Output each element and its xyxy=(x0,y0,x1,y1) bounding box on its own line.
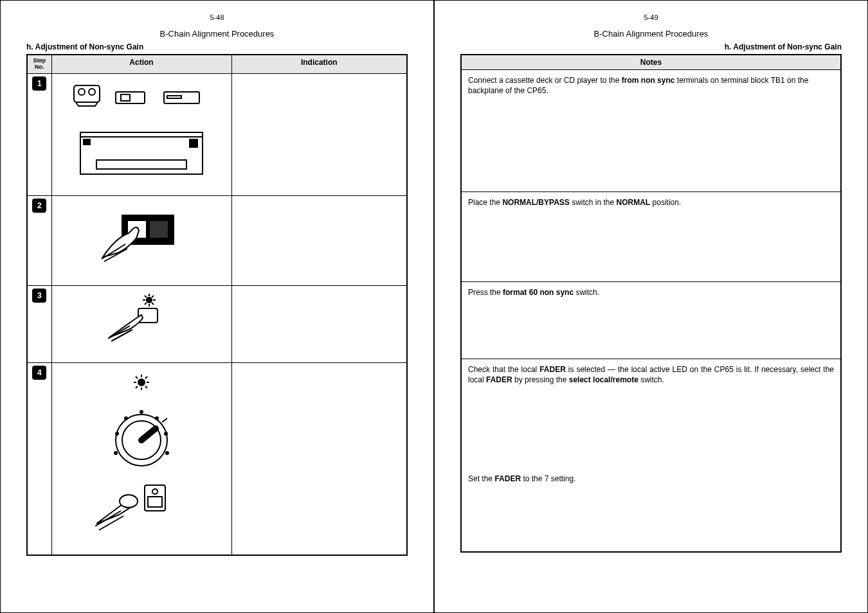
cassette-cd-icon xyxy=(71,80,212,125)
indication-cell xyxy=(231,285,407,362)
switch-press-icon xyxy=(90,202,193,267)
step-badge-4: 4 xyxy=(32,366,46,380)
note-row-4b: Set the FADER to the 7 setting. xyxy=(461,468,841,552)
note-bold: FADER xyxy=(539,365,566,374)
svg-line-37 xyxy=(145,377,147,378)
table-row: 2 xyxy=(27,195,407,285)
procedure-table: Step No. Action Indication 1 xyxy=(26,54,408,556)
table-row: 3 xyxy=(27,285,407,362)
note-text: position. xyxy=(650,198,681,207)
svg-point-49 xyxy=(152,489,158,494)
note-text: switch in the xyxy=(570,198,617,207)
table-row: 4 xyxy=(27,362,407,555)
step-cell: 2 xyxy=(27,195,51,285)
svg-rect-14 xyxy=(149,220,168,238)
note-text: Press the xyxy=(468,288,503,297)
fader-dial-icon xyxy=(84,369,199,537)
svg-line-22 xyxy=(145,296,147,298)
note-bold: select local/remote xyxy=(569,375,638,384)
page-title-left: B-Chain Alignment Procedures xyxy=(26,29,408,39)
note-row-3: Press the format 60 non sync switch. xyxy=(461,282,841,359)
svg-rect-4 xyxy=(121,94,130,101)
svg-point-51 xyxy=(120,495,138,508)
svg-rect-50 xyxy=(148,497,162,507)
svg-rect-0 xyxy=(74,85,100,102)
note-bold: format 60 non sync xyxy=(503,288,574,297)
svg-point-41 xyxy=(116,432,118,435)
svg-point-1 xyxy=(78,89,85,95)
step-cell: 4 xyxy=(27,362,51,555)
svg-point-44 xyxy=(156,417,158,420)
svg-rect-9 xyxy=(84,139,90,145)
table-row: 1 xyxy=(27,73,407,195)
note-text: Check that the local xyxy=(468,365,539,374)
col-header-step: Step No. xyxy=(27,55,51,73)
notes-header: Notes xyxy=(461,55,841,70)
svg-line-36 xyxy=(136,386,138,388)
note-text: by pressing the xyxy=(512,375,569,384)
svg-line-24 xyxy=(145,303,147,305)
note-row-1: Connect a cassette deck or CD player to … xyxy=(461,70,841,192)
note-bold: from non sync xyxy=(622,76,675,85)
svg-line-23 xyxy=(152,303,154,305)
svg-point-45 xyxy=(165,432,167,435)
note-bold: NORMAL xyxy=(617,198,651,207)
svg-rect-11 xyxy=(96,160,186,169)
note-row-4a: Check that the local FADER is selected —… xyxy=(461,359,841,468)
action-cell-3 xyxy=(51,285,231,362)
step-badge-3: 3 xyxy=(32,289,46,303)
col-header-action: Action xyxy=(51,55,231,73)
svg-line-52 xyxy=(95,511,121,526)
page-subtitle-left: h. Adjustment of Non-sync Gain xyxy=(26,42,408,51)
indication-cell xyxy=(231,195,407,285)
svg-rect-10 xyxy=(190,139,197,147)
page-number-right: 5-49 xyxy=(460,13,842,21)
svg-point-29 xyxy=(138,379,145,386)
svg-line-35 xyxy=(145,386,147,388)
notes-table: Notes Connect a cassette deck or CD play… xyxy=(460,54,842,553)
step-badge-1: 1 xyxy=(32,76,46,91)
note-text: Set the xyxy=(468,474,494,483)
svg-point-40 xyxy=(114,452,117,454)
page-number-left: 5-48 xyxy=(26,13,408,21)
note-bold: FADER xyxy=(494,474,521,483)
svg-point-46 xyxy=(166,452,168,454)
note-text: switch. xyxy=(638,375,664,384)
svg-line-25 xyxy=(152,296,154,298)
note-row-2: Place the NORMAL/BYPASS switch in the NO… xyxy=(461,192,841,282)
backplane-icon xyxy=(77,129,206,181)
svg-line-47 xyxy=(162,418,167,422)
indication-cell xyxy=(231,73,407,195)
page-title-right: B-Chain Alignment Procedures xyxy=(460,29,842,39)
svg-point-17 xyxy=(147,298,152,303)
svg-point-43 xyxy=(140,411,143,413)
step-cell: 1 xyxy=(27,73,51,195)
action-cell-4 xyxy=(51,362,231,555)
action-cell-2 xyxy=(51,195,231,285)
button-press-led-icon xyxy=(103,292,180,344)
indication-cell xyxy=(231,362,407,555)
note-bold: FADER xyxy=(486,375,512,384)
left-page: 5-48 B-Chain Alignment Procedures h. Adj… xyxy=(0,0,434,613)
step-cell: 3 xyxy=(27,285,51,362)
note-text: Connect a cassette deck or CD player to … xyxy=(468,76,622,85)
note-bold: NORMAL/BYPASS xyxy=(502,198,569,207)
page-subtitle-right: h. Adjustment of Non-sync Gain xyxy=(460,42,842,51)
note-text: to the 7 setting. xyxy=(521,474,575,483)
svg-line-34 xyxy=(136,377,138,378)
note-text: switch. xyxy=(574,288,599,297)
svg-rect-7 xyxy=(80,132,203,174)
col-header-indication: Indication xyxy=(231,55,407,73)
svg-point-2 xyxy=(89,89,95,95)
note-text: Place the xyxy=(468,198,502,207)
action-cell-1 xyxy=(51,73,231,195)
svg-point-42 xyxy=(125,417,127,420)
svg-rect-6 xyxy=(167,96,181,98)
right-page: 5-49 B-Chain Alignment Procedures h. Adj… xyxy=(434,0,868,613)
step-badge-2: 2 xyxy=(32,199,46,213)
